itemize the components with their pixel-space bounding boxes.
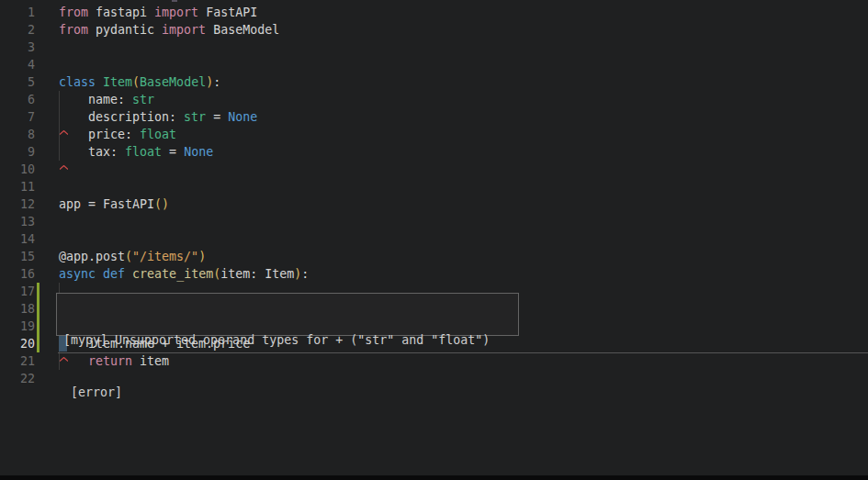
code-text: app = FastAPI() — [59, 195, 169, 213]
line-number: 9 — [0, 143, 35, 161]
line-number: 10 — [0, 161, 35, 178]
line-number: 12 — [0, 195, 35, 213]
line-number: 22 — [0, 370, 35, 387]
code-line[interactable]: 14 — [0, 230, 868, 248]
line-number: 21 — [0, 352, 35, 370]
line-number: 11 — [0, 178, 35, 195]
code-text: description: str = None — [59, 108, 257, 126]
code-line[interactable]: 16async def create_item(item: Item): — [0, 265, 868, 283]
line-number: 7 — [0, 108, 35, 126]
code-line[interactable]: 15@app.post("/items/") — [0, 248, 868, 265]
code-text: from fastapi import FastAPI — [59, 4, 257, 21]
diagnostic-tooltip: [mypy] Unsupported operand types for + (… — [56, 293, 519, 336]
line-number: 6 — [0, 91, 35, 108]
code-text: class Item(BaseModel): — [59, 73, 220, 91]
code-line[interactable]: 12app = FastAPI() — [0, 195, 868, 213]
code-line[interactable]: 3 — [0, 39, 868, 56]
code-line[interactable]: 10 — [0, 161, 868, 178]
line-number: 2 — [0, 21, 35, 39]
code-line[interactable]: 11 — [0, 178, 868, 195]
line-number: 18 — [0, 300, 35, 318]
code-line[interactable]: 5class Item(BaseModel): — [0, 73, 868, 91]
top-edge-artifact — [172, 0, 177, 2]
error-squiggle — [60, 122, 68, 127]
line-number: 20 — [0, 335, 35, 352]
code-text: async def create_item(item: Item): — [59, 265, 309, 283]
line-number: 8 — [0, 126, 35, 143]
line-number: 17 — [0, 283, 35, 300]
bottom-bar — [0, 475, 868, 480]
code-line[interactable]: 4 — [0, 56, 868, 73]
line-number: 3 — [0, 39, 35, 56]
code-text: price: float — [59, 126, 176, 143]
diagnostic-severity: [error] — [63, 384, 518, 401]
code-line[interactable]: 9 tax: float = None — [0, 143, 868, 161]
code-line[interactable]: 13 — [0, 213, 868, 230]
code-text: from pydantic import BaseModel — [59, 21, 279, 39]
line-number: 16 — [0, 265, 35, 283]
editor-screen: 1from fastapi import FastAPI2from pydant… — [0, 0, 868, 480]
line-number: 13 — [0, 213, 35, 230]
error-squiggle — [60, 157, 68, 162]
code-line[interactable]: 6 name: str — [0, 91, 868, 108]
code-text: @app.post("/items/") — [59, 248, 206, 265]
line-number: 14 — [0, 230, 35, 248]
code-line[interactable]: 8 price: float — [0, 126, 868, 143]
code-text: tax: float = None — [59, 143, 213, 161]
code-text: name: str — [59, 91, 154, 108]
code-line[interactable]: 2from pydantic import BaseModel — [0, 21, 868, 39]
code-line[interactable]: 7 description: str = None — [0, 108, 868, 126]
line-number: 15 — [0, 248, 35, 265]
line-number: 4 — [0, 56, 35, 73]
line-number: 1 — [0, 4, 35, 21]
line-number: 5 — [0, 73, 35, 91]
code-line[interactable]: 1from fastapi import FastAPI — [0, 4, 868, 21]
diagnostic-message: [mypy] Unsupported operand types for + (… — [63, 331, 518, 349]
line-number: 19 — [0, 318, 35, 335]
